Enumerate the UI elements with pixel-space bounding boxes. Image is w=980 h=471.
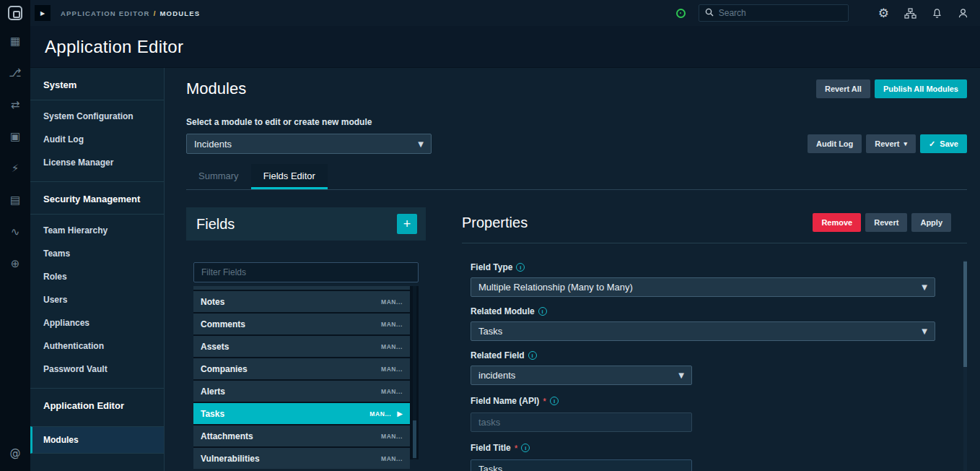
settings-gear-icon[interactable]: ⚙ xyxy=(878,7,889,20)
field-name-api-label: Field Name (API) xyxy=(471,396,539,406)
automation-icon[interactable]: ⚡ xyxy=(12,163,19,174)
fields-scrollbar-thumb[interactable] xyxy=(413,420,416,458)
publish-all-modules-button[interactable]: Publish All Modules xyxy=(875,79,967,98)
cases-icon[interactable]: ▤ xyxy=(10,195,20,206)
sidebar-section-application-editor: Application Editor Modules xyxy=(30,389,164,454)
related-module-label-row: Related Module xyxy=(471,306,967,316)
field-type-label: Field Type xyxy=(471,262,512,272)
play-icon: ▶ xyxy=(40,10,45,17)
field-row-vulnerabilities[interactable]: Vulnerabilities MAN... xyxy=(193,448,410,469)
main-content: Modules Revert All Publish All Modules S… xyxy=(165,68,980,471)
app-logo-icon[interactable] xyxy=(8,6,22,20)
search-input[interactable] xyxy=(719,8,842,18)
field-name-api-label-row: Field Name (API) xyxy=(471,394,967,407)
properties-scrollbar-thumb[interactable] xyxy=(963,262,967,367)
connectors-icon[interactable]: ⇄ xyxy=(11,100,20,111)
info-icon[interactable] xyxy=(538,307,547,316)
field-title-group: Field Title xyxy=(471,441,967,471)
revert-all-button[interactable]: Revert All xyxy=(816,79,870,98)
notifications-bell-icon[interactable] xyxy=(932,8,942,19)
sidebar-item-roles[interactable]: Roles xyxy=(43,265,151,288)
info-icon[interactable] xyxy=(521,444,530,452)
sidebar-item-system-configuration[interactable]: System Configuration xyxy=(43,105,151,128)
global-search[interactable] xyxy=(699,4,849,22)
breadcrumb-section[interactable]: APPLICATION EDITOR xyxy=(61,9,150,17)
related-module-select[interactable]: Tasks ▼ xyxy=(471,321,935,341)
support-at-icon[interactable]: @ xyxy=(10,446,21,459)
required-asterisk xyxy=(515,441,518,454)
data-store-icon[interactable]: ▣ xyxy=(10,131,20,142)
sidebar-item-license-manager[interactable]: License Manager xyxy=(43,151,151,174)
module-editor-actions: Audit Log Revert Save xyxy=(808,134,967,153)
sidebar-section-title: Security Management xyxy=(30,182,164,215)
field-type-select[interactable]: Multiple Relationship (Many to Many) ▼ xyxy=(471,277,935,297)
sidebar-item-team-hierarchy[interactable]: Team Hierarchy xyxy=(43,219,151,242)
field-row-assets[interactable]: Assets MAN... xyxy=(193,336,410,357)
sidebar-item-password-vault[interactable]: Password Vault xyxy=(43,358,151,381)
field-row-companies[interactable]: Companies MAN... xyxy=(193,358,410,379)
field-name-api-input[interactable] xyxy=(471,412,692,432)
tab-summary[interactable]: Summary xyxy=(186,164,251,189)
field-row-notes[interactable]: Notes MAN... xyxy=(193,291,410,312)
save-button[interactable]: Save xyxy=(920,134,967,153)
related-field-label: Related Field xyxy=(471,350,525,360)
field-row-alerts[interactable]: Alerts MAN... xyxy=(193,381,410,402)
sidebar-section-title: Application Editor xyxy=(30,389,164,420)
sidebar-item-authentication[interactable]: Authentication xyxy=(43,334,151,358)
field-row-attachments[interactable]: Attachments MAN... xyxy=(193,425,410,446)
fields-panel-title: Fields xyxy=(196,216,235,233)
apps-grid-icon[interactable]: ▦ xyxy=(10,36,20,47)
fields-list: Notes MAN... Comments MAN... Assets MAN.… xyxy=(193,286,419,459)
network-icon[interactable]: ⊕ xyxy=(11,259,20,269)
fields-panel-body: Notes MAN... Comments MAN... Assets MAN.… xyxy=(186,241,426,459)
chevron-down-icon: ▼ xyxy=(922,283,927,291)
field-name-api-group: Field Name (API) xyxy=(471,394,967,432)
info-icon[interactable] xyxy=(516,263,525,272)
chevron-down-icon: ▼ xyxy=(418,140,424,148)
sidebar-section-security-management: Security Management Team Hierarchy Teams… xyxy=(30,182,164,389)
page-title: Application Editor xyxy=(45,37,183,57)
reports-icon[interactable]: ∿ xyxy=(11,227,20,238)
properties-panel: Properties Remove Revert Apply Field Typ… xyxy=(447,207,967,467)
collapse-toggle-button[interactable]: ▶ xyxy=(35,5,51,21)
fields-scrollbar-track[interactable] xyxy=(413,286,416,459)
selected-arrow-icon: ▶ xyxy=(397,410,403,418)
sidebar-item-teams[interactable]: Teams xyxy=(43,242,151,265)
related-field-select[interactable]: incidents ▼ xyxy=(471,366,692,385)
sidebar-items: Team Hierarchy Teams Roles Users Applian… xyxy=(30,215,164,389)
apply-button[interactable]: Apply xyxy=(911,213,951,232)
module-tabs: Summary Fields Editor xyxy=(186,164,967,190)
filter-fields-input[interactable] xyxy=(193,262,419,282)
related-module-label: Related Module xyxy=(471,306,535,316)
info-icon[interactable] xyxy=(528,351,537,360)
revert-button[interactable]: Revert xyxy=(865,213,907,232)
system-status-icon[interactable] xyxy=(676,9,686,18)
settings-sidebar: System System Configuration Audit Log Li… xyxy=(30,68,165,471)
remove-button[interactable]: Remove xyxy=(813,213,861,232)
breadcrumb-page: MODULES xyxy=(160,9,201,17)
add-field-button[interactable]: + xyxy=(397,214,417,234)
properties-scrollbar-track[interactable] xyxy=(963,260,967,471)
sidebar-item-users[interactable]: Users xyxy=(43,288,151,311)
modules-title: Modules xyxy=(186,79,246,98)
field-row-tasks[interactable]: Tasks MAN... ▶ xyxy=(193,403,410,424)
module-selector-label: Select a module to edit or create new mo… xyxy=(186,117,967,127)
hierarchy-icon[interactable]: ⎇ xyxy=(9,68,21,79)
sidebar-item-appliances[interactable]: Appliances xyxy=(43,311,151,334)
sidebar-item-audit-log[interactable]: Audit Log xyxy=(43,128,151,151)
sidebar-item-modules[interactable]: Modules xyxy=(30,426,164,454)
field-title-input[interactable] xyxy=(471,459,692,471)
revert-dropdown-button[interactable]: Revert xyxy=(866,134,916,153)
fields-panel-header: Fields + xyxy=(186,207,426,241)
tab-fields-editor[interactable]: Fields Editor xyxy=(251,164,328,189)
field-title-label: Field Title xyxy=(471,443,511,453)
breadcrumb-separator: / xyxy=(154,9,157,17)
editor-panels: Fields + Notes MAN... Comments MAN... xyxy=(186,207,967,467)
workflow-sitemap-icon[interactable] xyxy=(904,8,916,19)
audit-log-button[interactable]: Audit Log xyxy=(808,134,862,153)
module-select-dropdown[interactable]: Incidents ▼ xyxy=(186,134,432,154)
user-profile-icon[interactable] xyxy=(958,8,968,19)
field-row-comments[interactable]: Comments MAN... xyxy=(193,314,410,334)
fields-panel: Fields + Notes MAN... Comments MAN... xyxy=(186,207,426,467)
info-icon[interactable] xyxy=(550,397,559,405)
